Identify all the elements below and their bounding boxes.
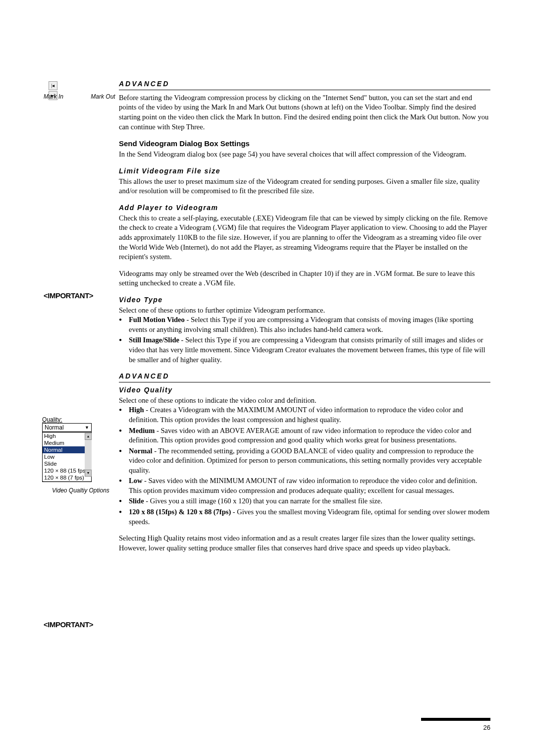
video-type-list: Full Motion Video - Select this Type if …	[119, 315, 490, 365]
send-dialog-para: In the Send Videogram dialog box (see pa…	[119, 150, 490, 160]
page-number: 26	[45, 724, 490, 731]
mark-out-label: Mark Out	[91, 93, 115, 100]
send-dialog-heading: Send Videogram Dialog Box Settings	[119, 139, 490, 149]
important-note-1: Videograms may only be streamed over the…	[119, 269, 490, 288]
list-item: 120 x 88 (15fps) & 120 x 88 (7fps) - Giv…	[119, 507, 490, 527]
add-player-para: Check this to create a self-playing, exe…	[119, 214, 490, 262]
video-type-intro: Select one of these options to further o…	[119, 306, 490, 316]
important-tag-1: <IMPORTANT>	[44, 291, 93, 300]
video-quality-intro: Select one of these options to indicate …	[119, 396, 490, 406]
limit-size-para: This allows the user to preset maximum s…	[119, 177, 490, 196]
quality-widget: Quality: Normal ▼ High Medium Normal Low…	[42, 416, 114, 494]
advanced-para-1: Before starting the Videogram compressio…	[119, 93, 490, 132]
video-quality-heading: Video Quality	[119, 385, 490, 395]
list-item: Still Image/Slide - Select this Type if …	[119, 335, 490, 365]
quality-option[interactable]: High	[43, 432, 91, 439]
important-tag-2: <IMPORTANT>	[44, 620, 93, 629]
quality-option[interactable]: Normal	[43, 446, 91, 453]
quality-option-list[interactable]: High Medium Normal Low Slide 120 × 88 (1…	[43, 432, 91, 482]
list-item: Low - Saves video with the MINIMUM AMOUN…	[119, 476, 490, 495]
add-player-heading: Add Player to Videogram	[119, 203, 490, 213]
advanced-heading-2: ADVANCED	[119, 372, 490, 381]
quality-selected-value: Normal	[45, 424, 64, 431]
list-item: Medium - Saves video with an ABOVE AVERA…	[119, 426, 490, 445]
quality-option[interactable]: 120 × 88 (15 fps)	[43, 467, 91, 474]
quality-option[interactable]: Medium	[43, 439, 91, 446]
mark-labels: Mark In Mark Out	[44, 93, 118, 100]
list-item: Slide - Gives you a still image (160 x 1…	[119, 496, 490, 506]
mark-in-icon[interactable]: |◂	[49, 81, 57, 90]
list-item: Full Motion Video - Select this Type if …	[119, 315, 490, 334]
limit-size-heading: Limit Videogram File size	[119, 166, 490, 176]
quality-option[interactable]: 120 × 88 (7 fps)	[43, 474, 91, 482]
quality-caption: Video Qualtiy Options	[52, 487, 114, 494]
quality-select[interactable]: Normal ▼	[43, 424, 91, 432]
quality-option[interactable]: Low	[43, 453, 91, 460]
advanced-heading-1: ADVANCED	[119, 79, 490, 89]
video-quality-list: High - Creates a Videogram with the MAXI…	[119, 405, 490, 527]
scroll-up-icon[interactable]: ▴	[85, 433, 92, 440]
divider	[119, 382, 490, 382]
video-type-heading: Video Type	[119, 295, 490, 305]
footer-bar	[421, 718, 490, 721]
scroll-down-icon[interactable]: ▾	[85, 470, 92, 477]
page-footer: 26	[45, 718, 490, 731]
quality-option[interactable]: Slide	[43, 460, 91, 467]
quality-label: Quality:	[42, 416, 62, 423]
list-item: Normal - The recommended setting, provid…	[119, 446, 490, 476]
mark-in-label: Mark In	[44, 93, 63, 100]
chevron-down-icon: ▼	[85, 425, 89, 430]
list-item: High - Creates a Videogram with the MAXI…	[119, 405, 490, 425]
important-note-2: Selecting High Quality retains most vide…	[119, 534, 490, 553]
divider	[119, 90, 490, 90]
